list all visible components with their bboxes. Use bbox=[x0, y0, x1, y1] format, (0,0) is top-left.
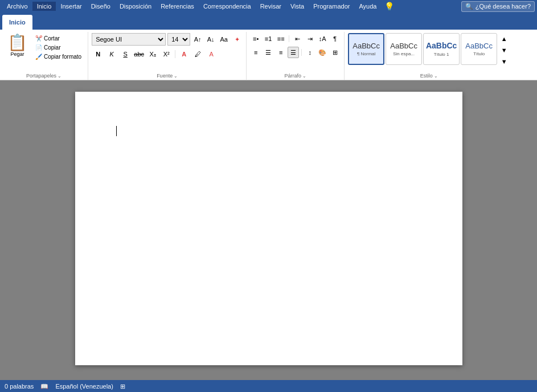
proofing-icon: 📖 bbox=[40, 383, 48, 390]
para-fill-color-btn[interactable]: 🎨 bbox=[317, 47, 328, 58]
portapapeles-label: Portapapeles ⌄ bbox=[0, 73, 88, 79]
menu-referencias[interactable]: Referencias bbox=[156, 2, 199, 11]
style-no-spacing-label: Sin espa... bbox=[393, 51, 415, 56]
portapapeles-content: 📋 Pegar ✂️ Cortar 📄 Copiar 🖌️ Copiar for… bbox=[3, 33, 84, 79]
group-fuente: Segoe UI 14 89101112 14161820 A↑ A↓ Aa ✦… bbox=[88, 32, 247, 80]
font-style-row: N K S abc X₂ X² A 🖊 A bbox=[92, 48, 218, 60]
paste-icon: 📋 bbox=[7, 35, 27, 51]
italic-button[interactable]: K bbox=[105, 48, 118, 60]
numbering-btn[interactable]: ≡1 bbox=[263, 33, 274, 44]
clear-format-btn[interactable]: ✦ bbox=[231, 34, 243, 45]
expand-parrafo-icon[interactable]: ⌄ bbox=[302, 74, 306, 79]
justify-btn[interactable]: ☰ bbox=[288, 47, 299, 58]
menu-disposicion[interactable]: Disposición bbox=[115, 2, 156, 11]
group-parrafo: ≡• ≡1 ≡≡ ⇤ ⇥ ↕A ¶ ≡ ☰ ≡ ☰ ↕ 🎨 bbox=[247, 32, 345, 80]
align-center-btn[interactable]: ☰ bbox=[263, 47, 274, 58]
proofing-icon-item[interactable]: 📖 bbox=[40, 383, 48, 390]
parrafo-content: ≡• ≡1 ≡≡ ⇤ ⇥ ↕A ¶ ≡ ☰ ≡ ☰ ↕ 🎨 bbox=[250, 33, 341, 79]
menu-programador[interactable]: Programador bbox=[309, 2, 354, 11]
style-heading2-preview: AaBbCc bbox=[465, 42, 493, 51]
style-heading2[interactable]: AaBbCc Título bbox=[461, 33, 497, 65]
subscript-button[interactable]: X₂ bbox=[146, 48, 159, 60]
menu-vista[interactable]: Vista bbox=[286, 2, 309, 11]
style-heading1[interactable]: AaBbCc Título 1 bbox=[423, 33, 460, 65]
menu-correspondencia[interactable]: Correspondencia bbox=[199, 2, 256, 11]
font-divider bbox=[175, 50, 175, 58]
decrease-indent-btn[interactable]: ⇤ bbox=[292, 33, 303, 44]
para-divider2 bbox=[301, 49, 302, 56]
menu-archivo[interactable]: Archivo bbox=[2, 2, 32, 11]
fuente-label: Fuente ⌄ bbox=[88, 73, 246, 79]
font-name-select[interactable]: Segoe UI bbox=[92, 33, 166, 46]
style-normal-preview: AaBbCc bbox=[352, 42, 380, 51]
increase-font-btn[interactable]: A↑ bbox=[192, 34, 203, 45]
estilos-label: Estilo ⌄ bbox=[345, 73, 513, 79]
document-area[interactable] bbox=[0, 80, 537, 380]
scissors-icon: ✂️ bbox=[35, 35, 42, 42]
search-icon: 🔍 bbox=[465, 3, 473, 10]
align-left-btn[interactable]: ≡ bbox=[250, 47, 261, 58]
expand-fuente-icon[interactable]: ⌄ bbox=[174, 74, 178, 79]
styles-scroll-down[interactable]: ▼ bbox=[498, 44, 510, 56]
menu-insertar[interactable]: Insertar bbox=[56, 2, 86, 11]
show-marks-btn[interactable]: ¶ bbox=[329, 33, 341, 44]
group-estilos: AaBbCc ¶ Normal AaBbCc Sin espa... AaBbC… bbox=[345, 32, 513, 80]
fuente-content: Segoe UI 14 89101112 14161820 A↑ A↓ Aa ✦… bbox=[92, 33, 243, 79]
tab-inicio[interactable]: Inicio bbox=[2, 15, 32, 30]
styles-more[interactable]: ▼ bbox=[498, 56, 510, 67]
clipboard-actions: ✂️ Cortar 📄 Copiar 🖌️ Copiar formato bbox=[32, 33, 84, 61]
menu-inicio[interactable]: Inicio bbox=[32, 2, 56, 11]
lightbulb-icon[interactable]: 💡 bbox=[384, 2, 394, 11]
styles-nav: ▲ ▼ ▼ bbox=[498, 33, 510, 74]
status-bar: 0 palabras 📖 Español (Venezuela) ⊞ bbox=[0, 380, 537, 392]
borders-btn[interactable]: ⊞ bbox=[329, 47, 341, 58]
style-normal-label: ¶ Normal bbox=[357, 51, 375, 56]
paste-label: Pegar bbox=[10, 51, 24, 57]
change-case-btn[interactable]: Aa bbox=[218, 34, 229, 45]
format-brush-icon: 🖌️ bbox=[35, 54, 42, 60]
decrease-font-btn[interactable]: A↓ bbox=[205, 34, 216, 45]
para-divider1 bbox=[289, 35, 289, 42]
sort-btn[interactable]: ↕A bbox=[317, 33, 328, 44]
paste-button[interactable]: 📋 Pegar bbox=[3, 33, 31, 59]
menu-revisar[interactable]: Revisar bbox=[256, 2, 286, 11]
expand-estilos-icon[interactable]: ⌄ bbox=[434, 74, 438, 79]
help-search-input[interactable]: 🔍 ¿Qué desea hacer? bbox=[461, 1, 535, 12]
font-row-1: Segoe UI 14 89101112 14161820 A↑ A↓ Aa ✦ bbox=[92, 33, 243, 46]
bullets-btn[interactable]: ≡• bbox=[250, 33, 261, 44]
language-item[interactable]: Español (Venezuela) bbox=[55, 383, 113, 390]
style-no-spacing-preview: AaBbCc bbox=[390, 42, 417, 51]
font-bg-color-btn[interactable]: A bbox=[205, 48, 218, 60]
word-count: 0 palabras bbox=[5, 383, 34, 390]
macro-item[interactable]: ⊞ bbox=[120, 383, 125, 390]
ribbon-content: 📋 Pegar ✂️ Cortar 📄 Copiar 🖌️ Copiar for… bbox=[0, 30, 537, 80]
group-portapapeles: 📋 Pegar ✂️ Cortar 📄 Copiar 🖌️ Copiar for… bbox=[0, 32, 88, 80]
text-highlight-btn[interactable]: 🖊 bbox=[191, 48, 204, 60]
styles-scroll-up[interactable]: ▲ bbox=[498, 33, 510, 44]
expand-portapapeles-icon[interactable]: ⌄ bbox=[58, 74, 62, 79]
bold-button[interactable]: N bbox=[92, 48, 104, 60]
multilevel-btn[interactable]: ≡≡ bbox=[275, 33, 286, 44]
increase-indent-btn[interactable]: ⇥ bbox=[304, 33, 315, 44]
cut-button[interactable]: ✂️ Cortar bbox=[32, 34, 84, 43]
align-right-btn[interactable]: ≡ bbox=[275, 47, 286, 58]
font-color-btn[interactable]: A bbox=[178, 48, 190, 60]
para-row-1: ≡• ≡1 ≡≡ ⇤ ⇥ ↕A ¶ bbox=[250, 33, 341, 44]
menu-ayuda[interactable]: Ayuda bbox=[354, 2, 381, 11]
strikethrough-button[interactable]: abc bbox=[133, 48, 145, 60]
superscript-button[interactable]: X² bbox=[160, 48, 173, 60]
font-size-select[interactable]: 14 89101112 14161820 bbox=[167, 33, 190, 46]
line-spacing-btn[interactable]: ↕ bbox=[304, 47, 315, 58]
style-heading2-label: Título bbox=[473, 51, 485, 56]
style-normal[interactable]: AaBbCc ¶ Normal bbox=[348, 33, 384, 65]
text-cursor bbox=[116, 126, 117, 136]
styles-gallery: AaBbCc ¶ Normal AaBbCc Sin espa... AaBbC… bbox=[348, 33, 497, 65]
copy-button[interactable]: 📄 Copiar bbox=[32, 43, 84, 52]
menu-bar: Archivo Inicio Insertar Diseño Disposici… bbox=[0, 0, 537, 13]
format-copy-button[interactable]: 🖌️ Copiar formato bbox=[32, 52, 84, 61]
underline-button[interactable]: S bbox=[119, 48, 132, 60]
style-no-spacing[interactable]: AaBbCc Sin espa... bbox=[386, 33, 422, 65]
menu-diseno[interactable]: Diseño bbox=[87, 2, 115, 11]
style-heading1-preview: AaBbCc bbox=[426, 41, 457, 51]
document-page[interactable] bbox=[75, 92, 462, 365]
